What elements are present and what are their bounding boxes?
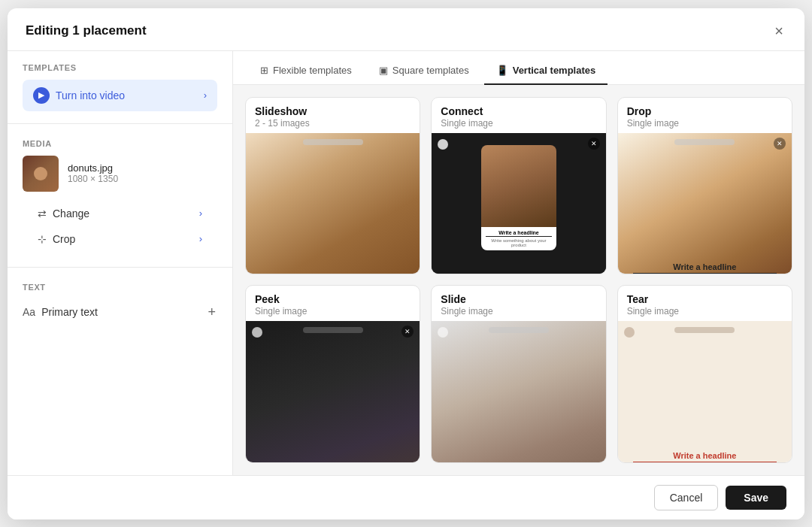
cancel-button[interactable]: Cancel [654,485,719,510]
preview-close-drop: ✕ [774,138,786,150]
template-name-slide: Slide [441,293,596,305]
primary-text-row: Aa Primary text + [23,299,217,325]
template-card-tear[interactable]: Tear Single image Write a headline Write… [617,285,792,463]
preview-dot-peek [252,327,262,338]
template-sub-slideshow: 2 - 15 images [255,118,411,129]
change-icon: ⇄ [38,207,47,220]
turn-into-video-button[interactable]: ▶ Turn into video › [23,80,217,111]
turn-into-video-label: Turn into video [56,89,125,101]
preview-header-bar-drop [674,139,735,145]
template-preview-connect: ✕ Write a headline Write something about… [432,133,605,275]
template-name-slideshow: Slideshow [255,105,411,117]
templates-label: Templates [23,63,217,72]
divider-1 [8,123,232,124]
tear-text-overlay: Write a headline Write something about y… [618,451,792,463]
preview-header-bar-peek [303,327,363,333]
tabs-bar: ⊞ Flexible templates ▣ Square templates … [233,51,804,85]
template-sub-peek: Single image [255,306,411,317]
media-label: Media [23,139,217,148]
template-card-drop[interactable]: Drop Single image ✕ Write a headline Wri… [617,97,792,275]
template-preview-drop: ✕ Write a headline Write something about… [618,133,792,275]
template-name-peek: Peek [255,293,411,305]
phone-icon: 📱 [496,65,508,76]
drop-text-overlay: Write a headline Write something about y… [618,262,792,275]
video-icon: ▶ [33,87,50,104]
preview-dot-connect [438,139,448,150]
media-section: Media donuts.jpg 1080 × 1350 ⇄ Change › [8,130,232,261]
preview-header-bar [303,139,363,145]
template-card-slideshow[interactable]: Slideshow 2 - 15 images [245,97,420,275]
close-button[interactable]: × [771,22,786,40]
template-sub-connect: Single image [441,118,596,129]
tab-vertical-label: Vertical templates [513,65,596,76]
modal-title: Editing 1 placement [26,23,147,38]
connect-frame: Write a headline Write something about y… [481,145,556,250]
media-dimensions: 1080 × 1350 [68,174,217,184]
media-item: donuts.jpg 1080 × 1350 [23,156,217,192]
tab-square-label: Square templates [392,65,469,76]
tab-flexible-label: Flexible templates [273,65,352,76]
layout-icon: ⊞ [260,65,268,76]
text-section: Text Aa Primary text + [8,274,232,334]
template-sub-slide: Single image [441,306,596,317]
media-filename: donuts.jpg [68,162,217,174]
templates-section: Templates ▶ Turn into video › [8,51,232,117]
preview-header-bar-slide [489,327,549,333]
modal: Editing 1 placement × Templates ▶ Turn i… [8,8,804,519]
tear-headline: Write a headline [633,451,777,462]
template-preview-slide [432,321,605,463]
template-sub-tear: Single image [627,306,783,317]
chevron-right-icon: › [204,89,207,101]
crop-button[interactable]: ⊹ Crop › [23,226,217,252]
preview-close-connect: ✕ [588,138,600,150]
crop-icon: ⊹ [38,233,47,245]
right-panel: ⊞ Flexible templates ▣ Square templates … [233,51,804,475]
media-thumbnail [23,156,59,192]
divider-2 [8,267,232,268]
text-icon: Aa [23,306,35,318]
template-preview-tear: Write a headline Write something about y… [618,321,792,463]
modal-body: Templates ▶ Turn into video › Media donu… [8,51,804,475]
save-button[interactable]: Save [726,486,786,510]
template-name-drop: Drop [627,105,783,117]
square-icon: ▣ [379,65,388,76]
change-label: Change [53,207,89,220]
template-name-connect: Connect [441,105,596,117]
chevron-right-icon-crop: › [199,233,202,244]
add-text-button[interactable]: + [206,304,217,320]
preview-dot-tear [624,327,635,338]
template-preview-peek: ✕ [246,321,420,463]
template-card-connect[interactable]: Connect Single image ✕ Write a headline … [431,97,606,275]
preview-header-bar-tear [674,327,735,333]
tab-flexible[interactable]: ⊞ Flexible templates [248,59,364,85]
template-name-tear: Tear [627,293,783,305]
crop-label: Crop [53,233,75,245]
primary-text-label: Primary text [41,306,98,318]
chevron-right-icon-change: › [199,207,202,219]
modal-header: Editing 1 placement × [8,8,804,51]
template-preview-slideshow [246,133,420,275]
modal-footer: Cancel Save [8,475,804,519]
template-card-peek[interactable]: Peek Single image ✕ [245,285,420,463]
connect-headline: Write a headline [486,230,552,237]
connect-sub: Write something about your product [486,238,552,247]
text-label: Text [23,283,217,292]
template-card-slide[interactable]: Slide Single image [431,285,606,463]
left-panel: Templates ▶ Turn into video › Media donu… [8,51,233,475]
tab-square[interactable]: ▣ Square templates [367,59,481,85]
templates-grid: Slideshow 2 - 15 images Connect Single i… [233,85,804,475]
change-button[interactable]: ⇄ Change › [23,201,217,226]
template-sub-drop: Single image [627,118,783,129]
drop-headline: Write a headline [633,262,777,274]
tab-vertical[interactable]: 📱 Vertical templates [484,59,608,85]
